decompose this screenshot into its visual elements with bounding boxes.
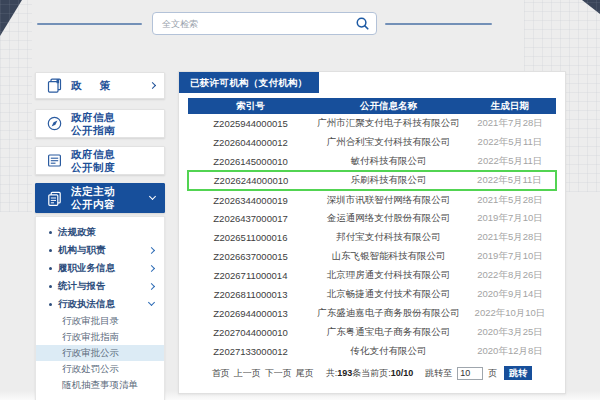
row-publish-date: 2022年5月11日 [464, 152, 556, 171]
disclosure-table: 索引号 公开信息名称 生成日期 Z2025944000015广州市汇聚支付电子科… [187, 98, 557, 361]
row-company-name[interactable]: 邦付宝支付科技有限公司 [313, 228, 464, 247]
row-company-name[interactable]: 广州合利宝支付科技有限公司 [313, 133, 464, 152]
row-company-name[interactable]: 乐刷科技有限公司 [313, 171, 464, 190]
row-index-number: Z2026511000016 [188, 228, 313, 247]
next-page-link[interactable]: 下一页 [265, 367, 292, 380]
compass-icon [45, 115, 63, 133]
submenu-item-approval-catalog[interactable]: 行政审批目录 [36, 313, 164, 329]
submenu-item-approval-guide[interactable]: 行政审批指南 [36, 329, 164, 345]
submenu-item-label: 行政审批指南 [62, 331, 119, 344]
table-row: Z2026244000010乐刷科技有限公司2022年5月11日 [188, 171, 556, 190]
divider-line-right [385, 23, 492, 25]
sidebar-item-label: 政府信息公开制度 [71, 148, 115, 174]
bullet-icon [49, 267, 52, 270]
row-publish-date: 2022年8月26日 [464, 266, 556, 285]
jump-page-input[interactable] [457, 367, 483, 380]
divider-line-left [37, 23, 142, 25]
bullet-icon [49, 249, 52, 252]
sidebar-item-disclosure-system[interactable]: 政府信息公开制度 [35, 146, 165, 175]
search-box[interactable] [152, 12, 377, 35]
last-page-link[interactable]: 尾页 [296, 367, 314, 380]
row-company-name[interactable]: 广州市汇聚支付电子科技有限公司 [313, 114, 464, 133]
row-company-name[interactable]: 广东粤通宝电子商务有限公司 [313, 323, 464, 342]
table-row: Z2027044000010广东粤通宝电子商务有限公司2020年3月25日 [188, 323, 556, 342]
submenu-item-statistics-reports[interactable]: 统计与报告 [36, 277, 164, 295]
submenu-item-label: 履职业务信息 [58, 262, 115, 275]
table-row: Z2026637000015山东飞银智能科技有限公司2019年7月10日 [188, 247, 556, 266]
layered-docs-icon [45, 189, 63, 207]
row-index-number: Z2026044000012 [188, 133, 313, 152]
sidebar-submenu: 法规政策 机构与职责 履职业务信息 统计与报告 行政执法信息 行政审批目录 行政… [35, 216, 165, 400]
chevron-right-icon [150, 83, 155, 88]
row-company-name[interactable]: 山东飞银智能科技有限公司 [313, 247, 464, 266]
search-button[interactable] [354, 16, 370, 32]
prev-page-link[interactable]: 上一页 [234, 367, 261, 380]
chevron-down-icon [149, 303, 154, 305]
row-publish-date: 2022年5月11日 [464, 133, 556, 152]
submenu-item-org-duties[interactable]: 机构与职责 [36, 241, 164, 259]
table-row: Z2026344000019深圳市讯联智付网络有限公司2021年5月28日 [188, 190, 556, 209]
jump-button[interactable]: 跳转 [504, 366, 532, 380]
submenu-item-random-inspection-list[interactable]: 随机抽查事项清单 [36, 377, 164, 393]
row-company-name[interactable]: 北京畅捷通支付技术有限公司 [313, 285, 464, 304]
tab-licensed-institutions[interactable]: 已获许可机构（支付机构） [179, 72, 319, 93]
submenu-item-penalty-publicity[interactable]: 行政处罚公示 [36, 361, 164, 377]
row-publish-date: 2021年5月28日 [464, 228, 556, 247]
first-page-link[interactable]: 首页 [212, 367, 230, 380]
row-publish-date: 2022年5月11日 [464, 171, 556, 190]
submenu-item-regulations[interactable]: 法规政策 [36, 223, 164, 241]
submenu-item-admin-enforcement[interactable]: 行政执法信息 [36, 295, 164, 313]
row-index-number: Z2026944000013 [188, 304, 313, 323]
col-header-date: 生成日期 [464, 98, 556, 114]
table-row: Z2026944000013广东盛迪嘉电子商务股份有限公司2022年10月10日 [188, 304, 556, 323]
row-company-name[interactable]: 传化支付有限公司 [313, 342, 464, 361]
sidebar-item-label: 法定主动公开内容 [71, 185, 115, 211]
row-index-number: Z2027133000012 [188, 342, 313, 361]
sidebar-item-label: 政府信息公开指南 [71, 111, 115, 137]
content-panel: 已获许可机构（支付机构） 索引号 公开信息名称 生成日期 Z2025944000… [178, 71, 566, 394]
submenu-item-approval-publicity[interactable]: 行政审批公示 [36, 345, 164, 361]
submenu-item-label: 行政审批公示 [62, 347, 119, 360]
table-row: Z2026044000012广州合利宝支付科技有限公司2022年5月11日 [188, 133, 556, 152]
row-company-name[interactable]: 北京理房通支付科技有限公司 [313, 266, 464, 285]
row-publish-date: 2021年5月28日 [464, 190, 556, 209]
submenu-item-label: 随机抽查事项清单 [62, 379, 138, 392]
row-company-name[interactable]: 深圳市讯联智付网络有限公司 [313, 190, 464, 209]
row-index-number: Z2026811000013 [188, 285, 313, 304]
row-index-number: Z2026244000010 [188, 171, 313, 190]
sidebar-item-statutory-disclosure[interactable]: 法定主动公开内容 [35, 183, 165, 213]
table-row: Z2025944000015广州市汇聚支付电子科技有限公司2021年7月28日 [188, 114, 556, 133]
submenu-item-duty-business-info[interactable]: 履职业务信息 [36, 259, 164, 277]
submenu-item-label: 统计与报告 [58, 280, 106, 293]
sidebar: 政 策 政府信息公开指南 政府信息公开制度 [35, 72, 165, 400]
table-row: Z2026145000010敏付科技有限公司2022年5月11日 [188, 152, 556, 171]
row-index-number: Z2026437000017 [188, 209, 313, 228]
row-publish-date: 2020年9月14日 [464, 285, 556, 304]
row-company-name[interactable]: 金运通网络支付股份有限公司 [313, 209, 464, 228]
sidebar-item-disclosure-guide[interactable]: 政府信息公开指南 [35, 109, 165, 138]
row-publish-date: 2019年7月10日 [464, 247, 556, 266]
row-index-number: Z2027044000010 [188, 323, 313, 342]
row-publish-date: 2021年7月28日 [464, 114, 556, 133]
sidebar-item-policy[interactable]: 政 策 [35, 72, 165, 99]
submenu-item-label: 行政执法信息 [58, 298, 115, 311]
row-index-number: Z2026637000015 [188, 247, 313, 266]
page-unit-label: 页 [488, 367, 497, 380]
row-publish-date: 2020年12月8日 [464, 342, 556, 361]
row-index-number: Z2026711000014 [188, 266, 313, 285]
submenu-item-label: 行政处罚公示 [62, 363, 119, 376]
row-company-name[interactable]: 敏付科技有限公司 [313, 152, 464, 171]
row-publish-date: 2020年3月25日 [464, 323, 556, 342]
row-index-number: Z2026145000010 [188, 152, 313, 171]
table-row: Z2026711000014北京理房通支付科技有限公司2022年8月26日 [188, 266, 556, 285]
bullet-icon [49, 285, 52, 288]
table-row: Z2026811000013北京畅捷通支付技术有限公司2020年9月14日 [188, 285, 556, 304]
bullet-icon [49, 231, 52, 234]
chevron-right-icon [149, 284, 154, 289]
row-index-number: Z2026344000019 [188, 190, 313, 209]
search-input[interactable] [162, 19, 354, 29]
table-header-row: 索引号 公开信息名称 生成日期 [188, 98, 556, 114]
row-company-name[interactable]: 广东盛迪嘉电子商务股份有限公司 [313, 304, 464, 323]
pages-icon [45, 77, 63, 95]
chevron-down-icon [150, 197, 155, 199]
